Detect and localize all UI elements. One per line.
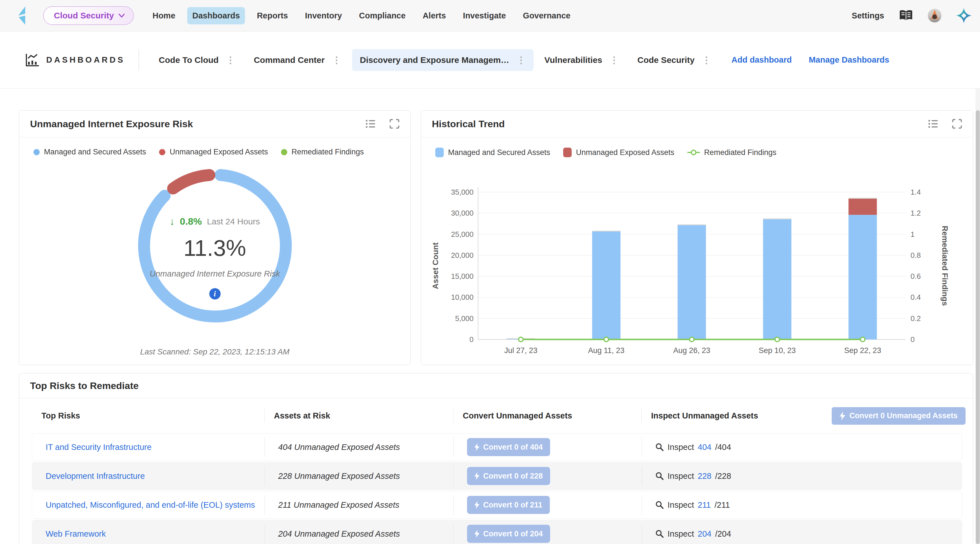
assets-at-risk-text: 404 Unmanaged Exposed Assets [278, 442, 400, 452]
nav-item-alerts[interactable]: Alerts [417, 7, 451, 24]
inspect-label: Inspect [668, 500, 694, 510]
legend-marker [33, 149, 40, 155]
dashboard-tabs: Code To Cloud ⋮ Command Center ⋮ Discove… [151, 49, 719, 71]
nav-item-dashboards[interactable]: Dashboards [187, 7, 245, 24]
legend-marker [687, 147, 700, 157]
docs-book-icon[interactable] [899, 10, 913, 22]
expand-icon[interactable] [952, 119, 962, 129]
risk-link[interactable]: Development Infrastructure [46, 471, 145, 481]
donut-segment [173, 175, 209, 189]
nav-item-compliance[interactable]: Compliance [354, 7, 410, 24]
risk-link[interactable]: Unpatched, Misconfigured, and end-of-lif… [46, 500, 255, 510]
svg-text:0.6: 0.6 [910, 272, 921, 281]
dashboards-section: DASHBOARDS [25, 53, 125, 67]
tab-menu-icon[interactable]: ⋮ [610, 56, 619, 65]
exposure-card-header: Unmanaged Internet Exposure Risk [19, 111, 410, 137]
svg-text:10,000: 10,000 [451, 293, 474, 301]
convert-button[interactable]: Convert 0 of 404 [467, 438, 550, 456]
convert-button[interactable]: Convert 0 of 204 [467, 525, 550, 543]
svg-text:20,000: 20,000 [451, 251, 474, 260]
svg-text:1: 1 [910, 230, 915, 239]
top-risks-header: Top Risks to Remediate [19, 373, 973, 398]
scrollbar-thumb[interactable] [976, 110, 980, 544]
nav-item-governance[interactable]: Governance [518, 7, 576, 24]
search-icon [655, 501, 664, 509]
add-dashboard-link[interactable]: Add dashboard [732, 55, 792, 65]
inspect-count-link[interactable]: 404 [698, 442, 711, 452]
nav-right-group: Settings [852, 8, 980, 23]
delta-row: ↓ 0.8% Last 24 Hours [19, 216, 410, 227]
brand-logo-icon[interactable] [16, 5, 33, 26]
table-row: IT and Security Infrastructure 404 Unman… [32, 433, 962, 461]
tab-menu-icon[interactable]: ⋮ [226, 56, 235, 65]
trend-legend: Managed and Secured Assets Unmanaged Exp… [435, 147, 973, 157]
svg-text:Sep 22, 23: Sep 22, 23 [844, 346, 881, 355]
table-row: Development Infrastructure 228 Unmanaged… [32, 462, 962, 490]
historical-trend-chart: 05,00010,00015,00020,00025,00030,00035,0… [421, 170, 974, 363]
trend-bar [848, 215, 877, 339]
historical-trend-card: Historical Trend Managed and Secured Ass… [421, 110, 973, 365]
dashboard-tab[interactable]: Code Security ⋮ [630, 49, 719, 71]
tab-menu-icon[interactable]: ⋮ [517, 56, 526, 65]
trend-bar [848, 198, 877, 215]
product-switcher-label: Cloud Security [54, 11, 114, 21]
nav-item-home[interactable]: Home [148, 7, 181, 24]
search-icon [655, 530, 664, 538]
inspect-count-link[interactable]: 204 [698, 529, 711, 539]
expand-icon[interactable] [389, 119, 399, 129]
primary-nav: HomeDashboardsReportsInventoryCompliance… [148, 7, 576, 24]
svg-text:0.4: 0.4 [910, 293, 921, 301]
assets-at-risk-text: 228 Unmanaged Exposed Assets [278, 471, 400, 481]
trend-bar [678, 225, 706, 339]
inspect-label: Inspect [668, 442, 694, 452]
widget-list-icon[interactable] [928, 119, 939, 128]
top-risks-title: Top Risks to Remediate [30, 380, 138, 391]
search-icon [655, 472, 664, 480]
legend-item: Unmanaged Exposed Assets [563, 147, 674, 157]
dashboard-links: Add dashboard Manage Dashboards [732, 55, 889, 65]
info-icon[interactable]: i [209, 288, 221, 300]
last-scanned-text: Last Scanned: Sep 22, 2023, 12:15:13 AM [19, 347, 410, 357]
table-row: Web Framework 204 Unmanaged Exposed Asse… [32, 520, 962, 544]
legend-marker [563, 147, 572, 157]
inspect-total: /228 [715, 471, 731, 481]
nav-item-reports[interactable]: Reports [252, 7, 293, 24]
copilot-star-icon[interactable] [956, 8, 972, 23]
inspect-label: Inspect [668, 529, 694, 539]
nav-item-inventory[interactable]: Inventory [300, 7, 347, 24]
delta-value: 0.8% [180, 216, 202, 227]
tab-menu-icon[interactable]: ⋮ [332, 56, 341, 65]
column-header-convert: Convert Unmanaged Assets [453, 411, 641, 420]
dashboard-tab[interactable]: Vulnerabilities ⋮ [536, 49, 627, 71]
dashboards-bar: DASHBOARDS Code To Cloud ⋮ Command Cente… [0, 32, 980, 89]
top-risks-card: Top Risks to Remediate Top Risks Assets … [19, 373, 973, 544]
dashboard-tab[interactable]: Code To Cloud ⋮ [151, 49, 243, 71]
convert-button[interactable]: Convert 0 of 211 [467, 496, 550, 514]
risk-link[interactable]: Web Framework [46, 529, 106, 539]
user-avatar[interactable] [928, 9, 942, 22]
product-switcher[interactable]: Cloud Security [43, 6, 134, 25]
risk-link[interactable]: IT and Security Infrastructure [46, 442, 151, 452]
inspect-total: /404 [715, 442, 731, 452]
lightning-icon [474, 501, 479, 509]
trend-bar [592, 231, 620, 339]
inspect-count-link[interactable]: 228 [698, 471, 711, 481]
widget-list-icon[interactable] [366, 119, 376, 128]
bulk-convert-button[interactable]: Convert 0 Unmanaged Assets [832, 407, 966, 425]
convert-button[interactable]: Convert 0 of 228 [467, 467, 550, 485]
inspect-count-link[interactable]: 211 [698, 500, 711, 510]
inspect-total: /211 [714, 500, 730, 510]
column-header-top-risks: Top Risks [32, 411, 264, 420]
chevron-down-icon [119, 13, 125, 18]
manage-dashboards-link[interactable]: Manage Dashboards [809, 55, 889, 65]
settings-link[interactable]: Settings [852, 11, 884, 21]
lightning-icon [840, 412, 845, 420]
dashboards-chart-icon [25, 53, 40, 67]
svg-text:0: 0 [910, 335, 915, 344]
trend-card-header: Historical Trend [421, 111, 973, 137]
nav-item-investigate[interactable]: Investigate [458, 7, 511, 24]
dashboard-tab[interactable]: Discovery and Exposure Managem… ⋮ [352, 49, 534, 71]
tab-menu-icon[interactable]: ⋮ [702, 56, 711, 65]
dashboard-tab[interactable]: Command Center ⋮ [246, 49, 349, 71]
lightning-icon [474, 530, 479, 538]
